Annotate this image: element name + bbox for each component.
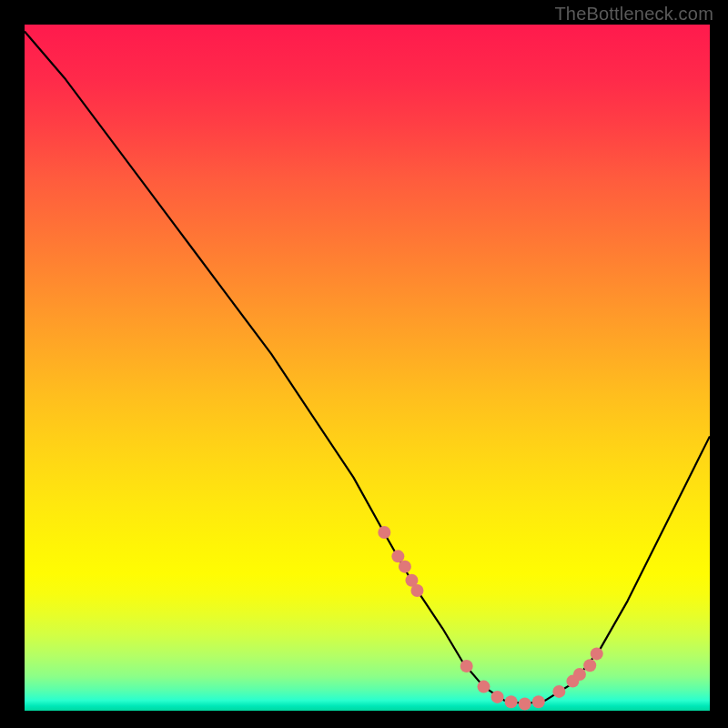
marker-point [491,691,504,703]
marker-point [532,695,545,708]
scatter-markers [378,526,602,711]
marker-point [399,561,411,573]
marker-point [573,668,586,681]
marker-point [583,659,596,672]
marker-point [410,584,423,597]
bottleneck-curve [25,32,710,704]
plot-area [25,25,710,711]
marker-point [460,660,473,672]
watermark-text: TheBottleneck.com [554,4,713,25]
marker-point [519,697,531,710]
marker-point [378,526,390,539]
chart-frame: TheBottleneck.com [0,0,728,728]
marker-point [505,695,518,708]
curve-path [25,32,710,704]
marker-point [591,647,603,660]
marker-point [478,681,490,693]
plot-svg [25,25,710,711]
marker-point [552,685,565,698]
